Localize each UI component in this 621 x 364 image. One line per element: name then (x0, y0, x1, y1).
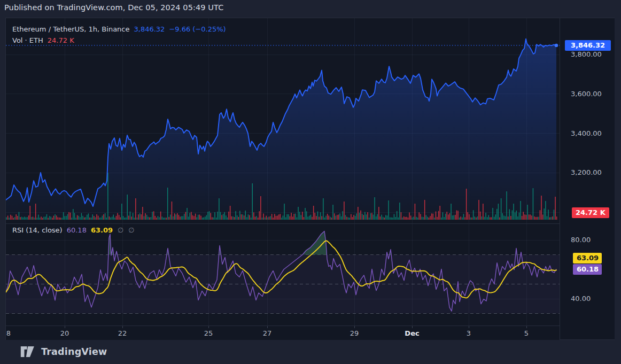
tick-mark (267, 326, 268, 328)
rsi-value: 60.18 (67, 226, 87, 234)
price-axis-label: 3,600.00 (571, 90, 602, 98)
time-tick-3: 3 (467, 329, 471, 337)
price-chart-canvas[interactable] (6, 18, 560, 223)
rsi-legend: RSI (14, close)60.1863.09∅∅ (12, 226, 135, 234)
empty-set-icon: ∅ (118, 226, 123, 234)
rsi-title: RSI (14, close) (12, 226, 63, 234)
price-axis-label: 3,200.00 (571, 168, 602, 176)
rsi-ma-badge: 63.09 (573, 253, 602, 264)
volume-value: 24.72 K (48, 36, 74, 44)
tradingview-brand[interactable]: TradingView (41, 346, 107, 357)
price-change-value: −9.66 (−0.25%) (169, 25, 226, 33)
rsi-chart-canvas[interactable] (6, 224, 560, 326)
time-tick-20: 20 (60, 329, 69, 337)
tick-mark (208, 326, 209, 328)
volume-label: Vol · ETH (12, 36, 43, 44)
volume-legend: Vol · ETH24.72 K (12, 36, 74, 44)
chart-container: Ethereum / TetherUS, 1h, Binance3,846.32… (5, 18, 615, 340)
price-axis-label: 3,400.00 (571, 129, 602, 137)
footer: TradingView (20, 345, 107, 359)
time-axis[interactable]: 82022252729Dec35 (6, 326, 560, 340)
last-price-value: 3,846.32 (134, 25, 165, 33)
price-legend: Ethereum / TetherUS, 1h, Binance3,846.32… (12, 25, 226, 33)
rsi-axis-label: 80.00 (571, 236, 591, 244)
time-tick-25: 25 (204, 329, 213, 337)
published-chart-page: { "published_bar": { "text": "Published … (0, 0, 621, 364)
pane-divider[interactable] (6, 223, 560, 224)
price-axis[interactable]: 3,846.32 24.72 K 63.09 60.18 3,800.003,6… (560, 18, 615, 339)
tick-mark (412, 326, 413, 328)
rsi-ma-value: 63.09 (91, 226, 113, 234)
rsi-badge: 60.18 (573, 264, 602, 275)
time-tick-22: 22 (118, 329, 127, 337)
symbol-title: Ethereum / TetherUS, 1h, Binance (12, 25, 130, 33)
price-axis-label: 3,800.00 (571, 50, 602, 58)
tradingview-logo-icon[interactable] (20, 346, 36, 358)
tick-mark (526, 326, 527, 328)
rsi-axis-label: 40.00 (571, 295, 591, 303)
empty-set-icon: ∅ (128, 226, 134, 234)
time-tick-29: 29 (350, 329, 359, 337)
time-tick-8: 8 (6, 329, 11, 337)
last-price-badge: 3,846.32 (565, 40, 611, 51)
tick-mark (354, 326, 355, 328)
published-bar: Published on TradingView.com, Dec 05, 20… (4, 3, 223, 12)
time-tick-Dec: Dec (405, 329, 419, 337)
time-tick-5: 5 (524, 329, 529, 337)
tick-mark (469, 326, 469, 328)
tick-mark (122, 326, 123, 328)
time-tick-27: 27 (263, 329, 272, 337)
tick-mark (65, 326, 65, 328)
volume-badge: 24.72 K (572, 207, 609, 218)
